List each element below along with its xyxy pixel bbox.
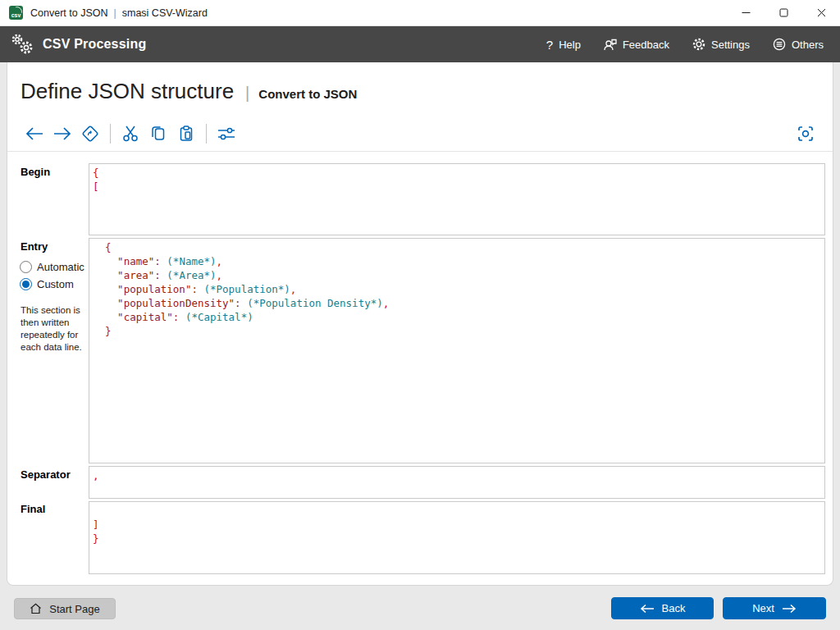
window-titlebar: csv Convert to JSON | smasi CSV-Wizard (0, 0, 840, 26)
page-subtitle: Convert to JSON (258, 87, 357, 101)
help-icon: ? (546, 38, 553, 52)
begin-label: Begin (21, 166, 50, 178)
footer-bar: Start Page Back Next (0, 586, 840, 630)
back-button[interactable]: Back (611, 597, 714, 619)
begin-textarea[interactable]: { [ (89, 163, 825, 235)
cut-icon[interactable] (116, 121, 144, 146)
custom-radio[interactable] (20, 278, 32, 290)
toolbar-divider (7, 151, 833, 152)
help-menu-item[interactable]: ? Help (546, 38, 581, 52)
window-title-separator: | (113, 7, 116, 19)
goto-icon[interactable] (76, 121, 104, 146)
paste-icon[interactable] (172, 121, 200, 146)
app-header: CSV Processing ? Help Feedback (0, 26, 840, 62)
toolbar-separator (206, 124, 207, 144)
entry-label: Entry (21, 240, 48, 253)
back-button-arrow-icon (640, 604, 655, 614)
start-page-button[interactable]: Start Page (14, 598, 116, 619)
toolbar-separator (110, 124, 111, 144)
entry-mode-custom[interactable]: Custom (20, 278, 74, 290)
entry-help-text: This section is then written repeatedly … (21, 304, 91, 354)
header-menu: ? Help Feedback Settings (546, 38, 840, 52)
forward-arrow-icon[interactable] (48, 121, 76, 146)
final-label: Final (21, 503, 45, 515)
toolbar (21, 121, 819, 147)
entry-textarea[interactable]: { "name": (*Name*), "area": (*Area*), "p… (89, 238, 825, 463)
gears-logo-icon (11, 33, 35, 56)
preview-snapshot-icon[interactable] (792, 121, 819, 146)
final-textarea[interactable]: ] } (89, 501, 825, 574)
automatic-radio[interactable] (20, 261, 32, 273)
options-sliders-icon[interactable] (212, 121, 240, 146)
others-icon (773, 38, 786, 51)
window-title: Convert to JSON (30, 7, 107, 19)
app-icon: csv (9, 6, 23, 20)
others-menu-item[interactable]: Others (773, 38, 824, 51)
feedback-icon (604, 39, 617, 51)
next-button-arrow-icon (782, 604, 797, 614)
next-button[interactable]: Next (723, 597, 826, 619)
page-title: Define JSON structure (21, 79, 234, 104)
close-button[interactable] (802, 0, 840, 26)
minimize-button[interactable] (727, 0, 765, 26)
settings-menu-item[interactable]: Settings (692, 38, 750, 51)
copy-icon[interactable] (144, 121, 172, 146)
separator-textarea[interactable]: , (89, 466, 825, 499)
page-heading: Define JSON structure | Convert to JSON (21, 79, 357, 104)
gear-icon (692, 38, 705, 51)
page-title-separator: | (245, 84, 249, 103)
back-arrow-icon[interactable] (21, 121, 48, 146)
window-app-name: smasi CSV-Wizard (122, 7, 208, 19)
content-panel: Define JSON structure | Convert to JSON (7, 62, 833, 586)
home-icon (30, 603, 42, 614)
separator-label: Separator (21, 468, 71, 481)
window-controls (727, 0, 840, 26)
feedback-menu-item[interactable]: Feedback (604, 39, 669, 51)
entry-mode-automatic[interactable]: Automatic (20, 261, 84, 273)
app-header-title: CSV Processing (43, 37, 146, 52)
maximize-button[interactable] (765, 0, 802, 26)
